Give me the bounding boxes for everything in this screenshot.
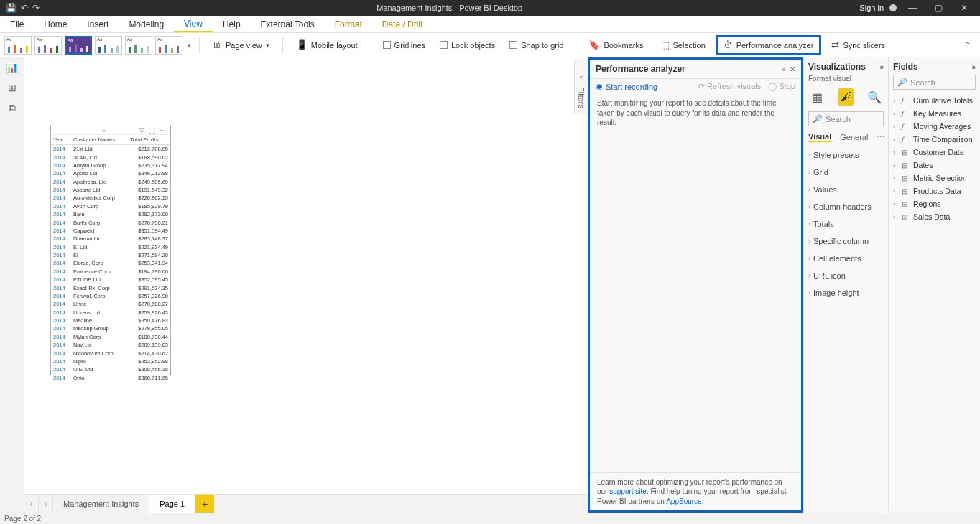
focus-icon[interactable]: ⛶: [149, 127, 155, 134]
performance-analyzer-button[interactable]: ⏱Performance analyzer: [716, 35, 822, 55]
user-avatar-icon[interactable]: [889, 4, 897, 11]
table-row[interactable]: 2014Nipro$253,952.98: [51, 357, 170, 365]
tab-general[interactable]: General: [840, 133, 868, 141]
stop-button[interactable]: ◯ Stop: [768, 82, 795, 91]
format-section[interactable]: ›Column headers: [808, 198, 884, 215]
build-visual-icon[interactable]: ▦: [810, 88, 826, 106]
filter-icon[interactable]: ▽: [139, 127, 144, 134]
table-row[interactable]: 2014Medsep Group$279,855.05: [51, 324, 170, 332]
page-tab-2[interactable]: Page 1: [149, 495, 195, 513]
format-section[interactable]: ›URL icon: [808, 267, 884, 284]
menu-file[interactable]: File: [0, 16, 34, 32]
table-row[interactable]: 2014Elorac, Corp$253,341.94: [51, 259, 170, 267]
table-row[interactable]: 2014Exact-Rx, Corp$291,534.35: [51, 284, 170, 291]
table-row[interactable]: 2014Eminence Corp$194,796.00: [51, 268, 170, 276]
table-row[interactable]: 2014Ohio$360,711.65: [51, 374, 170, 382]
menu-external[interactable]: External Tools: [251, 16, 325, 32]
menu-home[interactable]: Home: [34, 16, 77, 32]
field-table[interactable]: ›𝑓Moving Averages: [893, 120, 976, 133]
table-row[interactable]: 2014Apollo Ltd$346,013.88: [51, 169, 170, 177]
menu-insert[interactable]: Insert: [77, 16, 119, 32]
table-row[interactable]: 2014Fenwal, Corp$257,326.90: [51, 292, 170, 300]
format-section[interactable]: ›Cell elements: [808, 250, 884, 267]
field-table[interactable]: ›𝑓Cumulative Totals: [893, 94, 976, 107]
table-row[interactable]: 20143LAB, Ltd$188,690.02: [51, 153, 170, 161]
ribbon-collapse-icon[interactable]: ⌃: [958, 41, 976, 49]
drag-handle-icon[interactable]: ≡: [102, 127, 106, 134]
table-row[interactable]: 2014Amylin Group$235,317.94: [51, 162, 170, 169]
minimize-button[interactable]: —: [902, 3, 923, 13]
theme-dropdown-icon[interactable]: ▾: [185, 42, 193, 49]
table-row[interactable]: 2014Bare$282,173.00: [51, 210, 170, 218]
redo-icon[interactable]: ↷: [32, 3, 40, 13]
page-prev-button[interactable]: ‹: [24, 495, 39, 513]
menu-modeling[interactable]: Modeling: [119, 16, 174, 32]
gridlines-checkbox[interactable]: Gridlines: [377, 41, 431, 50]
perf-expand-icon[interactable]: »: [781, 65, 785, 73]
save-icon[interactable]: 💾: [6, 3, 17, 13]
signin-label[interactable]: Sign in: [859, 4, 884, 12]
table-row[interactable]: 2014Linde$270,600.27: [51, 300, 170, 308]
format-section[interactable]: ›Grid: [808, 164, 884, 181]
selection-button[interactable]: ⬚Selection: [654, 35, 713, 55]
column-header[interactable]: Customer Names: [71, 135, 128, 145]
mobile-layout-button[interactable]: 📱Mobile layout: [289, 35, 365, 55]
filters-pane-collapsed[interactable]: « Filters: [574, 60, 588, 114]
tab-more-icon[interactable]: ⋯: [877, 133, 884, 142]
table-row[interactable]: 2014Capweld$351,594.49: [51, 227, 170, 235]
table-row[interactable]: 2014Niconovum Corp$214,430.62: [51, 349, 170, 357]
maximize-button[interactable]: ▢: [928, 3, 948, 13]
table-row[interactable]: 2014O.E. Ltd$308,456.18: [51, 365, 170, 373]
lock-objects-checkbox[interactable]: Lock objects: [434, 41, 501, 50]
field-table[interactable]: ›⊞Metric Selection: [893, 172, 976, 184]
snap-grid-checkbox[interactable]: Snap to grid: [504, 41, 569, 50]
perf-close-icon[interactable]: ✕: [790, 65, 795, 73]
column-header[interactable]: Year: [51, 135, 71, 145]
viz-search-input[interactable]: 🔎Search: [808, 111, 884, 126]
theme-swatch-3[interactable]: Aa: [65, 36, 92, 55]
tab-visual[interactable]: Visual: [808, 132, 831, 142]
theme-swatch-1[interactable]: Aa: [4, 36, 32, 55]
field-table[interactable]: ›𝑓Time Comparison: [893, 133, 976, 146]
field-table[interactable]: ›𝑓Key Measures: [893, 107, 976, 120]
format-visual-icon[interactable]: 🖌: [838, 88, 854, 106]
table-row[interactable]: 2014Avon Corp$185,829.79: [51, 202, 170, 210]
data-view-icon[interactable]: ⊞: [5, 82, 19, 93]
table-row[interactable]: 201421st Ltd$212,788.05: [51, 145, 170, 154]
theme-swatch-2[interactable]: Aa: [34, 36, 62, 55]
format-section[interactable]: ›Values: [808, 181, 884, 198]
field-table[interactable]: ›⊞Customer Data: [893, 146, 976, 159]
model-view-icon[interactable]: ⧉: [5, 102, 19, 113]
table-visual[interactable]: ≡ ▽ ⛶ ⋯ YearCustomer NamesTotal Profits …: [50, 126, 171, 375]
table-row[interactable]: 2014Llorens Ltd$259,926.43: [51, 309, 170, 317]
chevron-right-icon[interactable]: »: [971, 63, 976, 71]
chevron-right-icon[interactable]: »: [879, 63, 884, 71]
table-row[interactable]: 2014Mylan Corp$188,738.44: [51, 333, 170, 341]
start-recording-button[interactable]: ◉Start recording: [596, 82, 657, 91]
field-table[interactable]: ›⊞Regions: [893, 197, 976, 210]
report-canvas[interactable]: ≡ ▽ ⛶ ⋯ YearCustomer NamesTotal Profits …: [24, 57, 588, 494]
format-section[interactable]: ›Image height: [808, 284, 884, 301]
theme-swatch-6[interactable]: Aa: [155, 36, 182, 55]
format-section[interactable]: ›Specific column: [808, 233, 884, 250]
menu-view[interactable]: View: [174, 16, 213, 32]
support-site-link[interactable]: support site: [609, 487, 647, 495]
table-row[interactable]: 2014Dharma Ltd$283,148.37: [51, 235, 170, 243]
table-row[interactable]: 2014Ei$271,584.20: [51, 251, 170, 259]
report-view-icon[interactable]: 📊: [5, 62, 19, 73]
field-table[interactable]: ›⊞Dates: [893, 159, 976, 172]
appsource-link[interactable]: AppSource: [666, 497, 701, 505]
fields-search-input[interactable]: 🔎Search: [893, 75, 976, 90]
menu-data-drill[interactable]: Data / Drill: [372, 16, 433, 32]
table-row[interactable]: 2014Apotheca, Ltd$249,585.69: [51, 178, 170, 186]
table-row[interactable]: 2014Ascend Ltd$191,549.32: [51, 186, 170, 194]
theme-swatch-5[interactable]: Aa: [125, 36, 152, 55]
table-row[interactable]: 2014Nav Ltd$209,139.03: [51, 341, 170, 349]
page-next-button[interactable]: ›: [39, 495, 53, 513]
table-row[interactable]: 2014AuroMedics Corp$220,862.15: [51, 194, 170, 202]
page-view-button[interactable]: 🗎Page view▾: [205, 35, 277, 55]
bookmarks-button[interactable]: 🔖Bookmarks: [581, 35, 650, 55]
undo-icon[interactable]: ↶: [21, 3, 28, 13]
analytics-icon[interactable]: 🔍: [866, 88, 882, 106]
field-table[interactable]: ›⊞Products Data: [893, 184, 976, 197]
